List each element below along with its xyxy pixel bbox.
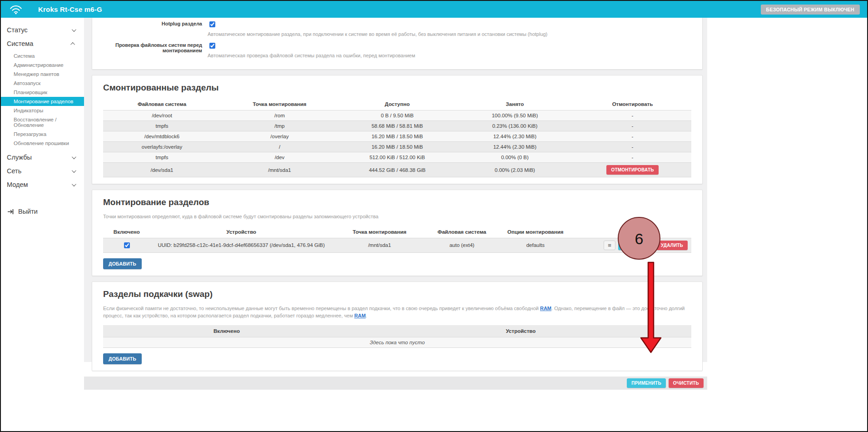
table-cell: - — [574, 152, 691, 163]
table-cell: 16.20 MiB / 18.50 MiB — [338, 142, 456, 152]
fsck-row: Проверка файловых систем перед монтирова… — [103, 41, 691, 58]
sidebar-group-label: Система — [7, 40, 33, 47]
top-bar: Kroks Rt-Cse m6-G БЕЗОПАСНЫЙ РЕЖИМ ВЫКЛЮ… — [1, 1, 867, 18]
sidebar-item-administration[interactable]: Администрирование — [1, 60, 84, 70]
column-header: Устройство — [150, 226, 332, 238]
table-row: /dev/sda1 /mnt/sda1 444.52 GiB / 468.38 … — [103, 163, 691, 177]
mount-enabled-checkbox[interactable] — [124, 242, 130, 248]
table-header-row: Файловая система Точка монтирования Дост… — [103, 98, 691, 111]
sidebar-item-reboot[interactable]: Перезагрузка — [1, 130, 84, 139]
system-submenu: Система Администрирование Менеджер пакет… — [1, 51, 84, 148]
table-cell: /dev/root — [103, 111, 221, 121]
table-cell: 444.52 GiB / 468.38 GiB — [338, 163, 456, 177]
column-header: Включено — [103, 325, 350, 337]
table-cell: 512.00 KiB / 512.00 KiB — [338, 152, 456, 163]
sidebar-item-mount-points[interactable]: Монтирование разделов — [1, 97, 84, 106]
router-admin-page: Kroks Rt-Cse m6-G БЕЗОПАСНЫЙ РЕЖИМ ВЫКЛЮ… — [0, 0, 868, 432]
sidebar-group-services[interactable]: Службы — [1, 151, 84, 164]
chevron-down-icon — [72, 182, 76, 186]
logout-button[interactable]: Выйти — [1, 203, 84, 220]
swap-title: Разделы подкачки (swap) — [103, 289, 691, 299]
swap-description: Если физической памяти не достаточно, то… — [103, 305, 691, 320]
hotplug-row: Hotplug раздела Автоматическое монтирова… — [103, 20, 691, 37]
safe-mode-badge[interactable]: БЕЗОПАСНЫЙ РЕЖИМ ВЫКЛЮЧЕН — [761, 5, 860, 15]
sidebar-item-package-manager[interactable]: Менеджер пакетов — [1, 70, 84, 79]
table-cell: ОТМОНТИРОВАТЬ — [574, 163, 691, 177]
sidebar-group-system[interactable]: Система — [1, 37, 84, 50]
fsck-label: Проверка файловых систем перед монтирова… — [103, 41, 202, 58]
reset-button[interactable]: ОЧИСТИТЬ — [669, 378, 704, 388]
mounted-partitions-table: Файловая система Точка монтирования Дост… — [103, 98, 691, 177]
table-cell: /mnt/sda1 — [332, 238, 427, 252]
table-row: UUID: b29fd258-c12c-41e1-9dcf-d4ef686563… — [103, 238, 691, 252]
apply-button[interactable]: ПРИМЕНИТЬ — [627, 378, 666, 388]
ram-link[interactable]: RAM — [540, 306, 551, 311]
sidebar-group-label: Службы — [7, 154, 32, 161]
sidebar-item-scheduler[interactable]: Планировщик — [1, 88, 84, 97]
footer-actions: ПРИМЕНИТЬ ОЧИСТИТЬ — [84, 377, 707, 390]
swap-desc-text: . — [366, 313, 367, 318]
column-header: Файловая система — [103, 98, 221, 111]
sidebar-item-leds[interactable]: Индикаторы — [1, 106, 84, 115]
fsck-description: Автоматическая проверка файловой системы… — [208, 53, 691, 58]
table-cell: overlayfs:/overlay — [103, 142, 221, 152]
table-cell: 16.20 MiB / 18.50 MiB — [338, 131, 456, 142]
table-row: tmpfs /tmp 58.68 MiB / 58.81 MiB 0.23% (… — [103, 121, 691, 131]
table-cell: 12.44% (2.30 MiB) — [456, 131, 574, 142]
ram-link[interactable]: RAM — [354, 313, 366, 318]
row-menu-button[interactable]: ≡ — [604, 241, 615, 250]
table-cell: /overlay — [221, 131, 338, 142]
sidebar-group-status[interactable]: Статус — [1, 23, 84, 37]
table-cell: 0.23% (136.00 KiB) — [456, 121, 574, 131]
column-header: Отмонтировать — [574, 98, 691, 111]
fsck-checkbox[interactable] — [209, 43, 215, 49]
logout-label: Выйти — [18, 208, 38, 215]
table-cell — [103, 238, 150, 252]
table-cell: ≡ ИЗМЕНИТЬ УДАЛИТЬ — [574, 238, 691, 252]
chevron-down-icon — [72, 155, 76, 159]
table-cell: - — [574, 111, 691, 121]
table-cell: /tmp — [221, 121, 338, 131]
chevron-down-icon — [72, 27, 76, 32]
chevron-down-icon — [72, 168, 76, 173]
table-cell: / — [221, 142, 338, 152]
table-cell: - — [574, 142, 691, 152]
mounted-partitions-title: Смонтированные разделы — [103, 83, 691, 93]
mount-points-card: Монтирование разделов Точки монтирования… — [92, 190, 703, 276]
sidebar: Статус Система Система Администрирование… — [1, 18, 84, 431]
unmount-button[interactable]: ОТМОНТИРОВАТЬ — [606, 165, 658, 175]
empty-placeholder: Здесь пока что пусто — [103, 337, 691, 347]
sidebar-group-network[interactable]: Сеть — [1, 164, 84, 178]
swap-card: Разделы подкачки (swap) Если физической … — [92, 281, 703, 371]
hotplug-label: Hotplug раздела — [103, 20, 202, 37]
table-cell: tmpfs — [103, 152, 221, 163]
sidebar-item-system[interactable]: Система — [1, 51, 84, 60]
table-cell: defaults — [497, 238, 574, 252]
table-row: Здесь пока что пусто — [103, 337, 691, 347]
table-cell: - — [574, 131, 691, 142]
sidebar-item-firmware-upgrade[interactable]: Обновление прошивки — [1, 139, 84, 148]
column-header: Файловая система — [427, 226, 497, 238]
hotplug-checkbox[interactable] — [209, 21, 215, 27]
column-header: Точка монтирования — [332, 226, 427, 238]
table-cell: - — [574, 121, 691, 131]
table-header-row: Включено Устройство — [103, 325, 691, 337]
table-cell: 58.68 MiB / 58.81 MiB — [338, 121, 456, 131]
table-cell: /dev/sda1 — [103, 163, 221, 177]
column-header: Устройство — [350, 325, 691, 337]
add-mount-button[interactable]: ДОБАВИТЬ — [103, 258, 142, 269]
sidebar-item-backup-restore[interactable]: Восстановление / Обновление — [1, 115, 84, 130]
table-cell: /dev — [221, 152, 338, 163]
table-row: tmpfs /dev 512.00 KiB / 512.00 KiB 0.00%… — [103, 152, 691, 163]
right-filler — [707, 18, 867, 431]
table-cell: 0 B / 9.50 MiB — [338, 111, 456, 121]
edit-button[interactable]: ИЗМЕНИТЬ — [618, 241, 654, 250]
sidebar-group-modem[interactable]: Модем — [1, 178, 84, 191]
swap-table: Включено Устройство Здесь пока что пусто — [103, 325, 691, 348]
table-cell: 0.00% (2.03 MiB) — [456, 163, 574, 177]
hotplug-description: Автоматическое монтирование раздела, при… — [208, 31, 691, 37]
add-swap-button[interactable]: ДОБАВИТЬ — [103, 353, 142, 364]
delete-button[interactable]: УДАЛИТЬ — [656, 241, 688, 250]
sidebar-item-startup[interactable]: Автозапуск — [1, 79, 84, 88]
menu-icon: ≡ — [608, 242, 611, 249]
